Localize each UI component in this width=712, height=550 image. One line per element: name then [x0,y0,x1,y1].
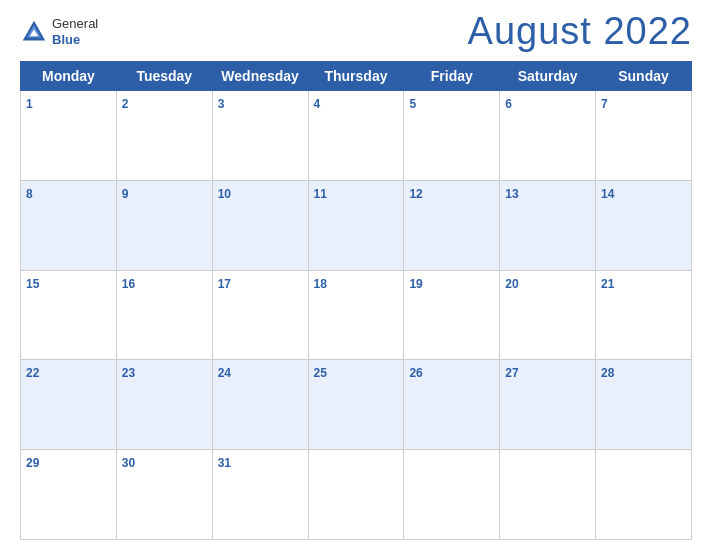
week-row-1: 1234567 [21,91,692,181]
calendar-cell: 6 [500,91,596,181]
calendar-header: General Blue August 2022 [20,10,692,53]
day-number: 11 [314,187,327,201]
calendar-cell: 29 [21,450,117,540]
logo-text: General Blue [52,16,98,47]
logo-line1: General [52,16,98,32]
day-number: 7 [601,97,608,111]
calendar-cell: 21 [596,270,692,360]
week-row-3: 15161718192021 [21,270,692,360]
day-number: 6 [505,97,512,111]
day-number: 15 [26,277,39,291]
calendar-cell: 20 [500,270,596,360]
day-number: 29 [26,456,39,470]
calendar-cell: 23 [116,360,212,450]
day-number: 9 [122,187,129,201]
calendar-cell: 9 [116,180,212,270]
day-header-monday: Monday [21,62,117,91]
day-number: 19 [409,277,422,291]
calendar-cell [404,450,500,540]
day-number: 12 [409,187,422,201]
week-row-2: 891011121314 [21,180,692,270]
calendar-cell: 22 [21,360,117,450]
day-number: 28 [601,366,614,380]
calendar-cell: 15 [21,270,117,360]
calendar-cell: 16 [116,270,212,360]
calendar-cell: 31 [212,450,308,540]
day-number: 10 [218,187,231,201]
day-header-saturday: Saturday [500,62,596,91]
calendar-cell: 11 [308,180,404,270]
week-row-5: 293031 [21,450,692,540]
day-number: 25 [314,366,327,380]
calendar-cell: 3 [212,91,308,181]
calendar-cell: 25 [308,360,404,450]
calendar-cell [308,450,404,540]
logo: General Blue [20,16,98,47]
calendar-cell: 4 [308,91,404,181]
calendar-cell [596,450,692,540]
calendar-cell: 18 [308,270,404,360]
day-number: 16 [122,277,135,291]
day-number: 5 [409,97,416,111]
day-header-sunday: Sunday [596,62,692,91]
calendar-cell: 30 [116,450,212,540]
logo-icon [20,18,48,46]
day-number: 26 [409,366,422,380]
day-header-tuesday: Tuesday [116,62,212,91]
calendar-cell: 12 [404,180,500,270]
day-number: 23 [122,366,135,380]
day-number: 2 [122,97,129,111]
day-number: 21 [601,277,614,291]
day-number: 13 [505,187,518,201]
day-number: 1 [26,97,33,111]
calendar-cell: 26 [404,360,500,450]
day-number: 18 [314,277,327,291]
day-number: 20 [505,277,518,291]
calendar-cell: 28 [596,360,692,450]
calendar-cell [500,450,596,540]
day-number: 8 [26,187,33,201]
day-number: 22 [26,366,39,380]
day-header-thursday: Thursday [308,62,404,91]
day-header-wednesday: Wednesday [212,62,308,91]
day-headers-row: MondayTuesdayWednesdayThursdayFridaySatu… [21,62,692,91]
calendar-table: MondayTuesdayWednesdayThursdayFridaySatu… [20,61,692,540]
day-number: 3 [218,97,225,111]
calendar-cell: 14 [596,180,692,270]
calendar-cell: 8 [21,180,117,270]
calendar-cell: 5 [404,91,500,181]
calendar-cell: 17 [212,270,308,360]
day-number: 14 [601,187,614,201]
calendar-cell: 24 [212,360,308,450]
calendar-cell: 10 [212,180,308,270]
day-number: 17 [218,277,231,291]
calendar-cell: 1 [21,91,117,181]
calendar-cell: 13 [500,180,596,270]
day-number: 4 [314,97,321,111]
calendar-cell: 2 [116,91,212,181]
month-title: August 2022 [468,10,692,53]
logo-line2: Blue [52,32,98,48]
calendar-cell: 19 [404,270,500,360]
day-number: 30 [122,456,135,470]
day-number: 31 [218,456,231,470]
calendar-cell: 27 [500,360,596,450]
week-row-4: 22232425262728 [21,360,692,450]
calendar-cell: 7 [596,91,692,181]
day-number: 27 [505,366,518,380]
day-header-friday: Friday [404,62,500,91]
day-number: 24 [218,366,231,380]
